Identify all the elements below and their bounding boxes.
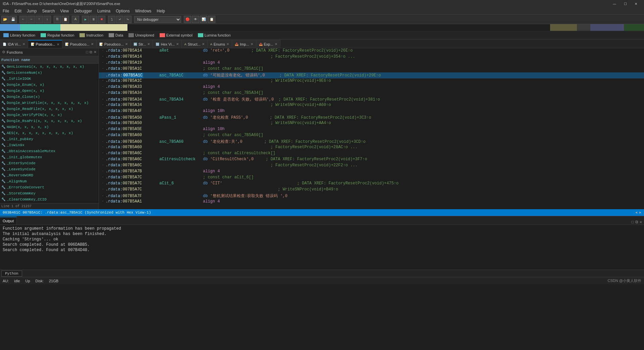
toolbar-stepinto[interactable]: ⤶ [116,16,123,23]
func-item[interactable]: 🔧 Dongle_RsaPri(x, x, x, x, x, x, x) [0,118,99,124]
func-item[interactable]: 🔧 _StoreCommKey [0,190,99,196]
menu-lumina[interactable]: Lumina [95,7,113,14]
toolbar-paste[interactable]: 📋 [62,16,69,23]
menu-view[interactable]: View [57,7,71,14]
func-item[interactable]: 🔧 Dongle_Close(x) [0,94,99,100]
menu-options[interactable]: Options [113,7,132,14]
toolbar-stack[interactable]: 📊 [200,16,207,23]
func-icon: 🔧 [1,107,5,111]
tab-pseudocode-3[interactable]: 📝 Pseudoco... ✕ [97,40,131,48]
panel-restore-icon[interactable]: ⧉ [90,50,92,54]
toolbar-back[interactable]: ← [19,16,27,23]
func-item[interactable]: 🔧 _IsWin9x [0,142,99,148]
toolbar-stepout[interactable]: ⤷ [124,16,131,23]
tab-enums[interactable]: A Enums ✕ [208,40,232,48]
toolbar-forward[interactable]: → [28,16,35,23]
close-button[interactable]: ✕ [631,0,641,7]
tab-structs[interactable]: A Struct... ✕ [182,40,208,48]
output-panel-minimize-icon[interactable]: □ [632,220,634,225]
toolbar-up[interactable]: ↑ [36,16,43,23]
toolbar-breakpoints[interactable]: 🔴 [184,16,191,23]
func-item[interactable]: 🔧 _EnterSynCode [0,160,99,166]
tab-strings[interactable]: 🔤 Str... ✕ [131,40,153,48]
func-item[interactable]: 🔧 AES(x, x, x, x, x, x, x, x, x) [0,130,99,136]
toolbar-stepover[interactable]: ⤵ [108,16,115,23]
tab-pseudocode-1[interactable]: 📝 Pseudoco... ✕ [28,40,62,48]
menu-search[interactable]: Search [39,7,57,14]
output-tab-label: Output [3,219,14,223]
func-item[interactable]: 🔧 _AlignNum [0,178,99,184]
code-line-selected: · .rdata:007B5A1C asc_7B5A1C db '可能是没有老化… [99,72,644,78]
toolbar-stop[interactable]: ■ [98,16,105,23]
line-code: align 4 [203,84,220,89]
toolbar-down[interactable]: ↓ [44,16,51,23]
toolbar-copy[interactable]: ⎘ [54,16,61,23]
func-item[interactable]: 🔧 Dongle_WriteFile(x, x, x, x, x, x, x) [0,100,99,106]
legend-lumina-label: Lumina function [205,33,231,37]
menu-windows[interactable]: Windows [132,7,154,14]
func-item[interactable]: 🔧 _init_globemutex [0,154,99,160]
tab-exports-close[interactable]: ✕ [275,42,277,46]
tab-output[interactable]: Output [0,217,17,225]
toolbar-pause[interactable]: ⏸ [90,16,97,23]
line-segment: .rdata:007B5A7B [106,169,159,174]
line-label: aCit_6 [159,181,203,186]
debugger-select[interactable]: No debugger [134,16,181,23]
tab-strings-close[interactable]: ✕ [147,42,150,46]
maximize-button[interactable]: ☐ [620,0,631,7]
func-item[interactable]: 🔧 Dongle_VerifyPIN(x, x, x) [0,112,99,118]
func-item[interactable]: 🔧 _IsFileIDOK [0,76,99,82]
code-line: · .rdata:007B5A6C ; const char aCitresul… [99,151,644,157]
func-item[interactable]: 🔧 _LeaveSynCode [0,166,99,172]
tab-enums-label: Enums [214,42,225,46]
functions-list[interactable]: 🔧 GenLicense1(x, x, x, x, x, x, x, x) 🔧 … [0,64,99,203]
toolbar-search[interactable]: A [72,16,79,23]
panel-close-icon[interactable]: ✕ [94,50,97,54]
func-item[interactable]: 🔧 Dongle_ReadFile(x, x, x, x, x) [0,106,99,112]
python-tab[interactable]: Python [1,271,22,277]
tab-hex-view-close[interactable]: ✕ [176,42,179,46]
tab-pseudocode-2[interactable]: 📝 Pseudoco... ✕ [62,40,97,48]
tab-ida-view[interactable]: 📄 IDA Vi... ✕ [0,40,28,48]
menu-file[interactable]: File [0,7,12,14]
menu-edit[interactable]: Edit [12,7,24,14]
menu-jump[interactable]: Jump [24,7,39,14]
code-line: · .rdata:007B5A1C ; const char asc_7B5A1… [99,66,644,72]
line-segment: .rdata:007B5A50 [106,121,159,125]
func-item[interactable]: 🔧 HASH(x, x, x, x, x) [0,124,99,130]
func-item[interactable]: 🔧 Dongle_Enum(x, x) [0,82,99,88]
output-panel-restore-icon[interactable]: ⧉ [635,220,638,225]
tab-enums-close[interactable]: ✕ [226,42,229,46]
tab-pseudocode-3-close[interactable]: ✕ [125,42,128,46]
tab-exports[interactable]: 📤 Exp... ✕ [256,40,280,48]
func-item[interactable]: 🔧 GenLicense1(x, x, x, x, x, x, x, x) [0,64,99,70]
output-panel-close-icon[interactable]: ✕ [640,220,642,225]
panel-minimize-icon[interactable]: □ [86,50,88,54]
tab-imports[interactable]: 📥 Imp... ✕ [232,40,256,48]
menu-debugger[interactable]: Debugger [71,7,95,14]
func-item[interactable]: 🔧 GetLicenseNum(x) [0,70,99,76]
line-segment: .rdata:007B5A14 [106,54,159,59]
func-item[interactable]: 🔧 _ObtainAccessableMutex [0,148,99,154]
tab-pseudocode-1-close[interactable]: ✕ [57,43,59,46]
func-item[interactable]: 🔧 _ClearCommKey_CCID [0,196,99,202]
toolbar-registers[interactable]: 📋 [208,16,215,23]
minimize-button[interactable]: — [609,0,620,7]
code-line: · .rdata:007B5A50 aPass_1 db '老化检查 PASS'… [99,115,644,121]
tab-imports-close[interactable]: ✕ [251,42,253,46]
func-item[interactable]: 🔧 _ErrorCodeConvert [0,184,99,190]
line-label: aPass_1 [159,115,203,120]
tab-ida-view-close[interactable]: ✕ [22,42,25,46]
tab-structs-close[interactable]: ✕ [202,42,205,46]
toolbar-save[interactable]: 💾 [9,16,17,23]
toolbar-watch[interactable]: 👁 [192,16,199,23]
func-item[interactable]: 🔧 Dongle_Open(x, x) [0,88,99,94]
func-item[interactable]: 🔧 _init_pubkey [0,136,99,142]
toolbar-run[interactable]: ▶ [82,16,89,23]
menu-help[interactable]: Help [154,7,168,14]
code-view[interactable]: · .rdata:007B5A14 aRet db 'ret=',0 ; DAT… [99,48,644,209]
toolbar-open[interactable]: 📂 [1,16,9,23]
tab-hex-view[interactable]: 🔢 Hex Vi... ✕ [153,40,181,48]
func-item[interactable]: 🔧 _ReverseWORD [0,172,99,178]
tab-pseudocode-2-close[interactable]: ✕ [91,42,94,46]
